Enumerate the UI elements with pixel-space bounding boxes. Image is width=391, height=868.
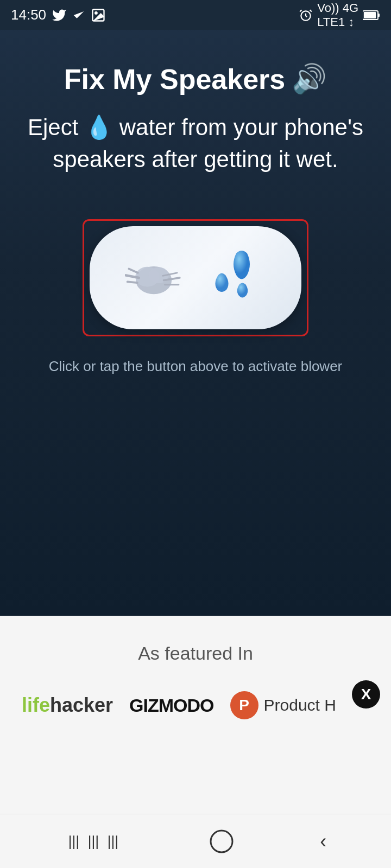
back-icon: ‹: [320, 830, 326, 853]
status-right: Vo)) 4GLTE1 ↕: [299, 1, 380, 29]
image-icon: [91, 8, 106, 23]
battery-icon: [363, 10, 380, 21]
lifehacker-logo: life hacker: [22, 694, 113, 717]
home-button[interactable]: [209, 828, 235, 854]
alarm-icon: [299, 8, 313, 22]
nav-bar: ⫼⫼⫼ ‹: [0, 814, 391, 868]
gizmodo-logo: GIZMODO: [129, 695, 213, 716]
ph-letter: P: [239, 697, 249, 714]
ph-text: Product H: [264, 696, 336, 714]
featured-section: As featured In life hacker GIZMODO P Pro…: [0, 616, 391, 814]
featured-title: As featured In: [138, 643, 253, 664]
recent-apps-button[interactable]: ⫼⫼⫼: [65, 830, 123, 853]
button-instruction: Click or tap the button above to activat…: [49, 358, 343, 375]
app-title-text: Fix My Speakers: [64, 63, 286, 95]
back-button[interactable]: ‹: [320, 830, 326, 853]
svg-point-15: [211, 831, 232, 852]
wind-cloud-icon: [125, 248, 185, 308]
svg-point-1: [95, 12, 97, 14]
twitter-icon: [52, 8, 67, 23]
lifehacker-life: life: [22, 694, 50, 717]
water-drop-emoji: 💧: [85, 112, 113, 144]
svg-line-11: [129, 269, 138, 272]
ph-circle: P: [230, 691, 258, 719]
water-drops-icon: [201, 245, 266, 310]
time-display: 14:50: [11, 7, 46, 23]
svg-rect-4: [378, 14, 380, 17]
signal-text: Vo)) 4GLTE1 ↕: [317, 1, 358, 29]
left-status-icons: [52, 8, 106, 23]
recent-apps-icon: ⫼⫼⫼: [65, 830, 123, 853]
svg-line-10: [128, 282, 137, 283]
blower-button[interactable]: [90, 226, 301, 329]
featured-logos: life hacker GIZMODO P Product H X: [16, 691, 375, 719]
product-hunt-logo: P Product H: [230, 691, 336, 719]
home-icon: [209, 828, 235, 854]
description-eject: Eject: [28, 114, 78, 140]
status-left: 14:50: [11, 7, 106, 23]
app-title: Fix My Speakers 🔊: [64, 62, 327, 95]
lifehacker-hacker: hacker: [50, 694, 113, 717]
blower-button-highlight: [83, 219, 308, 336]
svg-rect-5: [364, 12, 376, 18]
status-bar: 14:50 Vo)) 4GLTE1 ↕: [0, 0, 391, 30]
email-check-icon: [71, 8, 86, 23]
app-description: Eject 💧 water from your phone's speakers…: [22, 112, 369, 176]
main-section: Fix My Speakers 🔊 Eject 💧 water from you…: [0, 30, 391, 616]
gizmodo-text: GIZMODO: [129, 695, 213, 716]
close-button[interactable]: X: [352, 680, 380, 709]
speaker-emoji: 🔊: [292, 62, 327, 95]
close-icon: X: [361, 686, 371, 703]
